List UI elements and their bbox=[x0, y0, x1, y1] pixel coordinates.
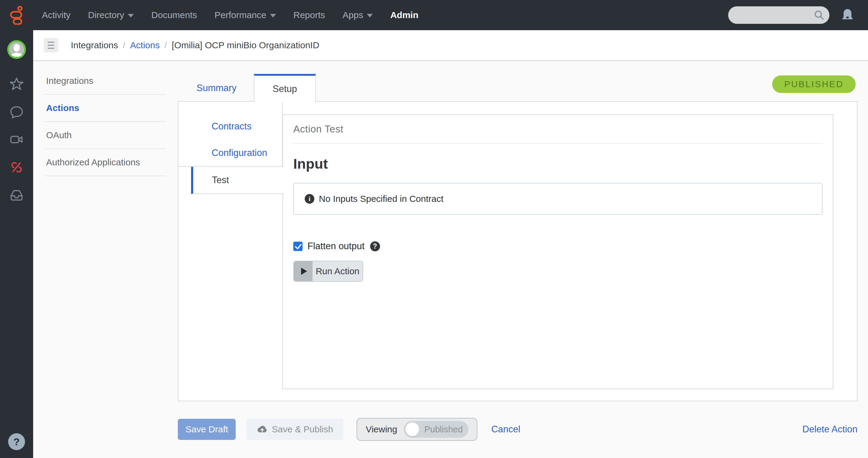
help-icon[interactable]: ? bbox=[8, 433, 25, 450]
vtab-test[interactable]: Test bbox=[191, 167, 284, 194]
phone-disabled-icon[interactable] bbox=[9, 160, 24, 175]
genesys-logo-icon[interactable] bbox=[0, 0, 33, 30]
info-message: No Inputs Specified in Contract bbox=[319, 194, 444, 204]
nav-item-documents[interactable]: Documents bbox=[143, 0, 206, 30]
menu-toggle-button[interactable] bbox=[44, 38, 58, 53]
breadcrumb-current-page: [Omilia] OCP miniBio OrganizationID bbox=[172, 40, 319, 50]
flatten-output-row[interactable]: Flatten output ? bbox=[293, 241, 823, 252]
notifications-bell-icon[interactable] bbox=[840, 7, 855, 23]
run-action-label: Run Action bbox=[313, 261, 363, 281]
nav-item-admin[interactable]: Admin bbox=[381, 0, 427, 30]
no-inputs-info-box: i No Inputs Specified in Contract bbox=[293, 183, 823, 215]
toggle-state-label: Published bbox=[424, 421, 463, 438]
integrations-side-nav: Integrations Actions OAuth Authorized Ap… bbox=[45, 67, 166, 176]
chat-icon[interactable] bbox=[9, 105, 24, 119]
action-test-panel: Action Test Input i No Inputs Specified … bbox=[282, 114, 833, 389]
breadcrumb-separator: / bbox=[123, 40, 125, 50]
save-publish-button[interactable]: Save & Publish bbox=[247, 419, 343, 440]
footer-action-bar: Save Draft Save & Publish Viewing Publis… bbox=[178, 418, 858, 441]
save-draft-button[interactable]: Save Draft bbox=[178, 419, 236, 440]
save-publish-label: Save & Publish bbox=[272, 424, 333, 434]
nav-item-apps[interactable]: Apps bbox=[334, 0, 381, 30]
favorites-star-icon[interactable] bbox=[9, 77, 24, 91]
sidenav-item-oauth[interactable]: OAuth bbox=[45, 122, 166, 149]
inbox-icon[interactable] bbox=[9, 188, 24, 202]
toggle-knob[interactable] bbox=[405, 422, 419, 436]
sidenav-item-actions[interactable]: Actions bbox=[45, 95, 166, 122]
sidenav-item-integrations[interactable]: Integrations bbox=[45, 67, 166, 95]
run-action-button[interactable]: Run Action bbox=[293, 261, 363, 282]
viewing-toggle[interactable]: Published bbox=[404, 421, 468, 438]
main-content: Integrations Actions OAuth Authorized Ap… bbox=[33, 61, 868, 458]
global-search bbox=[728, 6, 830, 24]
panel-title: Action Test bbox=[293, 115, 823, 144]
search-icon[interactable] bbox=[814, 10, 825, 21]
flatten-help-icon[interactable]: ? bbox=[370, 241, 380, 251]
flatten-output-label: Flatten output bbox=[307, 241, 365, 252]
nav-item-performance[interactable]: Performance bbox=[206, 0, 285, 30]
top-navigation-bar: Activity Directory Documents Performance… bbox=[0, 0, 868, 30]
breadcrumb-actions[interactable]: Actions bbox=[130, 40, 160, 50]
chevron-down-icon bbox=[128, 14, 134, 18]
tab-setup[interactable]: Setup bbox=[254, 74, 316, 102]
nav-item-activity[interactable]: Activity bbox=[33, 0, 79, 30]
nav-item-reports[interactable]: Reports bbox=[285, 0, 334, 30]
tab-summary[interactable]: Summary bbox=[196, 83, 237, 93]
viewing-label: Viewing bbox=[366, 424, 397, 434]
info-icon: i bbox=[305, 194, 314, 204]
user-avatar[interactable] bbox=[7, 40, 26, 59]
video-icon[interactable] bbox=[9, 133, 24, 147]
input-section-heading: Input bbox=[293, 155, 823, 172]
primary-nav: Activity Directory Documents Performance… bbox=[33, 0, 427, 30]
delete-action-link[interactable]: Delete Action bbox=[802, 424, 858, 435]
left-icon-sidebar: ? bbox=[0, 30, 33, 458]
chevron-down-icon bbox=[270, 14, 276, 18]
breadcrumb-integrations[interactable]: Integrations bbox=[71, 40, 118, 50]
flatten-output-checkbox[interactable] bbox=[293, 242, 303, 251]
cloud-upload-icon bbox=[257, 425, 268, 434]
setup-panel: Contracts Configuration Test Action Test… bbox=[178, 101, 858, 401]
viewing-toggle-group: Viewing Published bbox=[356, 418, 477, 441]
vtab-configuration[interactable]: Configuration bbox=[179, 140, 282, 166]
breadcrumb: Integrations / Actions / [Omilia] OCP mi… bbox=[71, 40, 319, 50]
play-icon bbox=[294, 261, 313, 281]
setup-vertical-tabs: Contracts Configuration Test bbox=[179, 102, 283, 194]
vtab-contracts[interactable]: Contracts bbox=[179, 113, 282, 140]
breadcrumb-separator: / bbox=[164, 40, 167, 50]
nav-item-directory[interactable]: Directory bbox=[79, 0, 143, 30]
action-workarea: Summary Setup PUBLISHED Contracts Config… bbox=[178, 61, 858, 458]
action-tabs-row: Summary Setup PUBLISHED bbox=[178, 61, 858, 101]
cancel-link[interactable]: Cancel bbox=[491, 424, 521, 435]
sidenav-item-authorized-applications[interactable]: Authorized Applications bbox=[45, 149, 166, 176]
breadcrumb-bar: Integrations / Actions / [Omilia] OCP mi… bbox=[33, 30, 868, 61]
status-badge: PUBLISHED bbox=[772, 76, 856, 93]
chevron-down-icon bbox=[367, 14, 373, 18]
